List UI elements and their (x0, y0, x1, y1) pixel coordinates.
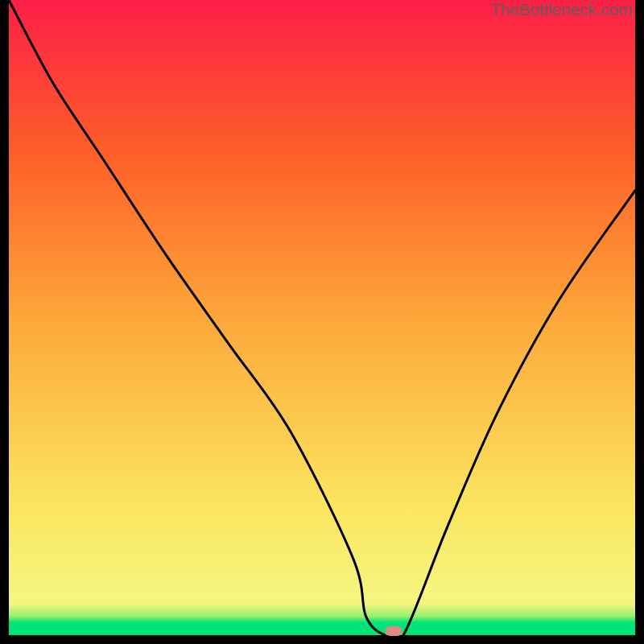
watermark-text: TheBottleneck.com (491, 0, 633, 19)
optimal-marker (386, 626, 402, 636)
plot-area (9, 0, 635, 635)
bottleneck-curve (9, 0, 635, 635)
chart-frame: TheBottleneck.com (0, 0, 644, 644)
